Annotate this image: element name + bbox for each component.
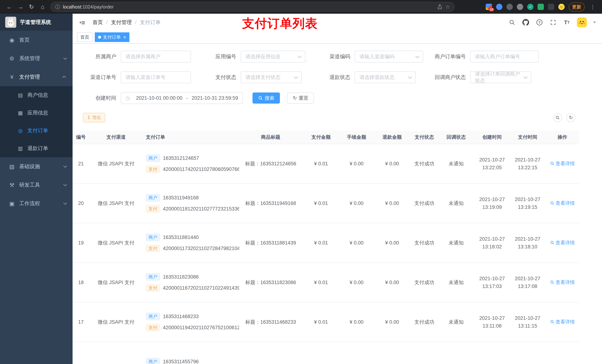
sidebar-item-infra[interactable]: ▧ 基础设施 (0, 157, 73, 176)
cell-channel: 微信 JSAPI 支付 (89, 184, 143, 223)
col-pay-order: 支付订单 (143, 131, 239, 144)
cell-created-time: 2021-10-27 13:11:08 (475, 302, 509, 342)
table-header-row: 编号 支付渠道 支付订单 商品标题 支付金额 手续金额 退款金额 支付状态 回调… (73, 131, 579, 144)
home-icon[interactable]: ⌂ (37, 2, 48, 12)
address-bar[interactable]: ⓘ localhost:1024/pay/order ☆ (50, 2, 455, 12)
sidebar-item-devtools[interactable]: ⚒ 研发工具 (0, 176, 73, 194)
close-icon[interactable]: × (123, 35, 126, 40)
merchant-input[interactable]: 请选择所属商户 (121, 51, 191, 62)
sidebar-item-payment[interactable]: ¥ 支付管理 (0, 68, 73, 86)
pay-tag: 支付 (146, 245, 160, 252)
pay-status-select[interactable]: 请选择支付状态 (241, 71, 302, 83)
view-detail-link[interactable]: 查看详情 (550, 319, 575, 325)
extension-gray-icon[interactable] (506, 4, 513, 10)
back-icon[interactable]: ← (4, 2, 15, 12)
table-row: 18 微信 JSAPI 支付 商户 1635311823086 支付 42000… (73, 263, 579, 302)
cell-action: 查看详情 (546, 263, 579, 302)
refresh-table-button[interactable]: ↻ (567, 113, 575, 122)
cell-refund: ¥ 0.00 (373, 223, 411, 263)
cell-status: 支付成功 (411, 302, 438, 342)
cell-id: 19 (73, 223, 89, 263)
col-id: 编号 (73, 131, 89, 144)
tab-pay-order[interactable]: 支付订单 × (95, 32, 129, 42)
extension-blue-icon[interactable] (496, 4, 502, 10)
breadcrumb-home[interactable]: 首页 (93, 19, 103, 26)
filter-row-3: 创建时间 ◷ 2021-10-01 00:00:00 - 2021-10-31 … (73, 92, 602, 104)
cell-pay-order: 商户 1635312124657 支付 42000011742021102780… (143, 144, 239, 184)
view-detail-link[interactable]: 查看详情 (550, 279, 575, 286)
share-icon[interactable] (437, 4, 442, 10)
dashboard-icon: ◉ (7, 37, 16, 43)
breadcrumb: 首页 / 支付管理 / 支付订单 (93, 19, 161, 26)
cell-amount: ¥ 0.01 (302, 184, 340, 223)
payment-submenu: ▤ 商户信息 ▦ 应用信息 ◎ 支付订单 ▥ 退款订单 (0, 86, 73, 157)
extension-pin-icon[interactable] (548, 4, 554, 10)
notify-status-select[interactable]: 请选择订单回调商户状态 (470, 71, 531, 83)
github-icon[interactable] (522, 19, 529, 26)
merchant-order-no: 1635312124657 (163, 155, 199, 161)
channel-code-select[interactable]: 请输入渠道编码 (355, 51, 423, 62)
sidebar-item-pay-order[interactable]: ◎ 支付订单 (0, 122, 73, 139)
orders-table: 编号 支付渠道 支付订单 商品标题 支付金额 手续金额 退款金额 支付状态 回调… (73, 131, 579, 364)
forward-icon[interactable]: → (15, 2, 26, 12)
table-row: 商户 1635311455796 支付 查看详情 (73, 342, 579, 364)
tools-icon: ⚒ (7, 182, 16, 188)
channel-order-no-input[interactable]: 请输入渠道订单号 (121, 71, 191, 83)
export-button[interactable]: ↧ 导出 (83, 113, 105, 123)
toggle-search-button[interactable] (553, 113, 562, 122)
cell-paid-time: 2021-10-27 13:11:15 (509, 302, 546, 342)
fullscreen-icon[interactable] (549, 19, 557, 26)
refund-status-select[interactable]: 请选择退款状态 (355, 71, 416, 83)
cell-status: 支付成功 (411, 184, 438, 223)
view-detail-link[interactable]: 查看详情 (550, 160, 575, 167)
tab-home[interactable]: 首页 (77, 32, 93, 42)
search-button[interactable]: 搜索 (252, 93, 280, 104)
app-logo[interactable]: 芋道管理系统 (0, 14, 73, 31)
col-paid: 支付时间 (509, 131, 546, 144)
app-title: 芋道管理系统 (20, 19, 51, 26)
col-title: 商品标题 (239, 131, 302, 144)
cell-action: 查看详情 (546, 223, 579, 263)
sidebar-item-home[interactable]: ◉ 首页 (0, 31, 73, 49)
cell-pay-order: 商户 1635311949168 支付 42000011812021102777… (143, 184, 239, 223)
merchant-order-no: 1635311823086 (163, 274, 199, 280)
app-select[interactable]: 请选择应用信息 (241, 51, 305, 62)
clock-icon: ◷ (126, 95, 130, 101)
sidebar-item-merchant-info[interactable]: ▤ 商户信息 (0, 86, 73, 104)
cell-action: 查看详情 (546, 144, 579, 184)
sidebar-item-refund-order[interactable]: ▥ 退款订单 (0, 139, 73, 157)
sidebar-item-workflow[interactable]: ▣ 工作流程 (0, 194, 73, 213)
cell-paid-time: 2021-10-27 13:19:15 (509, 184, 546, 223)
pay-order-no: 4200001167202110271022491439 (163, 285, 239, 291)
cell-notify (438, 342, 475, 364)
sidebar-item-app-info[interactable]: ▦ 应用信息 (0, 104, 73, 122)
reset-button[interactable]: ↻ 重置 (287, 93, 314, 104)
extension-gray2-icon[interactable] (517, 4, 523, 10)
cell-pay-order: 商户 1635311455796 支付 (143, 342, 239, 364)
help-icon[interactable]: ? (536, 19, 543, 26)
search-icon[interactable] (508, 19, 516, 26)
cell-status: 支付成功 (411, 144, 438, 184)
chrome-update-button[interactable]: 更新 (569, 2, 585, 11)
view-detail-link[interactable]: 查看详情 (550, 239, 575, 246)
extension-chat-icon[interactable] (538, 4, 544, 10)
sidebar-collapse-icon[interactable] (78, 18, 87, 26)
reload-icon[interactable]: ↻ (26, 2, 37, 12)
browser-profile-avatar[interactable] (558, 4, 565, 10)
view-detail-link[interactable]: 查看详情 (550, 200, 575, 207)
extension-grid-icon[interactable]: 10 (486, 4, 492, 10)
url-text[interactable]: localhost:1024/pay/order (63, 4, 434, 10)
merchant-order-no-input[interactable]: 请输入商户订单编号 (470, 51, 539, 62)
extension-check-icon[interactable]: ✓ (527, 4, 534, 10)
dropdown-caret-icon[interactable] (593, 22, 596, 25)
yen-icon: ¥ (7, 74, 16, 80)
sidebar-item-system[interactable]: ⚙ 系统管理 (0, 49, 73, 68)
page-title-annotation: 支付订单列表 (242, 15, 318, 32)
breadcrumb-payment[interactable]: 支付管理 (111, 19, 132, 26)
font-size-icon[interactable]: TT (563, 19, 570, 26)
site-info-icon[interactable]: ⓘ (55, 4, 60, 10)
create-time-range-input[interactable]: ◷ 2021-10-01 00:00:00 - 2021-10-31 23:59… (121, 92, 243, 104)
user-avatar[interactable] (577, 17, 587, 27)
bookmark-star-icon[interactable]: ☆ (445, 4, 450, 10)
browser-menu-icon[interactable]: ⋮ (589, 4, 597, 10)
